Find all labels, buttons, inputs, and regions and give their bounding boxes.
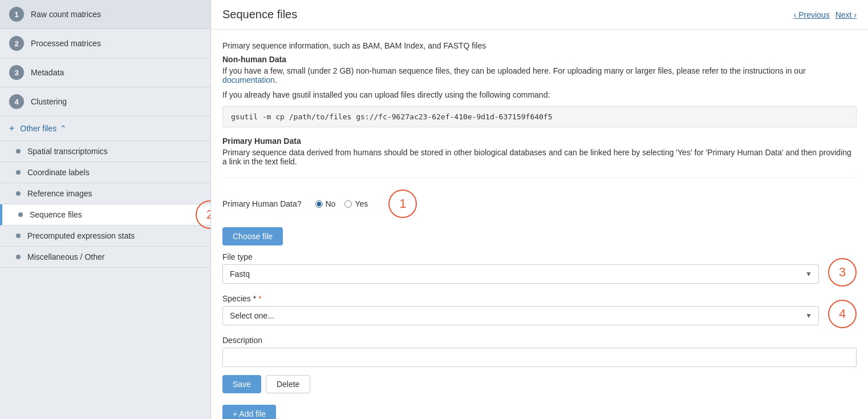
- primary-human-heading: Primary Human Data: [222, 136, 857, 146]
- sidebar-label-coordinate: Coordinate labels: [27, 168, 90, 177]
- sidebar-label-clustering: Clustering: [31, 97, 67, 106]
- sidebar-label-processed: Processed matrices: [31, 39, 101, 48]
- save-button[interactable]: Save: [222, 375, 261, 393]
- file-type-row: File type Fastq BAM BAM Index Other ▼ 3: [222, 252, 857, 292]
- sidebar-item-precomputed[interactable]: Precomputed expression stats: [0, 225, 210, 247]
- sidebar-label-sequence: Sequence files: [30, 210, 82, 219]
- content-body: Primary sequence information, such as BA…: [211, 30, 868, 419]
- primary-human-radio-label: Primary Human Data?: [222, 199, 302, 208]
- annotation-circle-1: 1: [388, 190, 417, 218]
- next-button[interactable]: Next ›: [835, 10, 857, 19]
- sidebar-item-metadata[interactable]: 3 Metadata: [0, 58, 210, 87]
- sidebar-item-reference[interactable]: Reference images: [0, 183, 210, 204]
- sidebar-item-spatial[interactable]: Spatial transcriptomics: [0, 141, 210, 162]
- sidebar-label-reference: Reference images: [27, 189, 92, 198]
- description-input[interactable]: [222, 348, 857, 367]
- species-group: Species * Select one... Homo sapiens Mus…: [222, 294, 819, 333]
- primary-human-radio-group: Primary Human Data? No Yes 1: [222, 190, 857, 218]
- command-box[interactable]: gsutil -m cp /path/to/files gs://fc-9627…: [222, 106, 857, 127]
- radio-yes-text: Yes: [355, 199, 368, 208]
- bullet-dot: [18, 212, 23, 217]
- radio-yes-label[interactable]: Yes: [344, 199, 368, 208]
- radio-no-input[interactable]: [315, 200, 323, 208]
- page-title: Sequence files: [222, 8, 297, 21]
- non-human-text-part1: If you have a few, small (under 2 GB) no…: [222, 66, 806, 75]
- intro-text: Primary sequence information, such as BA…: [222, 41, 857, 50]
- action-buttons: Save Delete: [222, 375, 857, 393]
- other-files-label: Other files: [20, 124, 56, 133]
- species-row: Species * Select one... Homo sapiens Mus…: [222, 294, 857, 333]
- sidebar-item-processed[interactable]: 2 Processed matrices: [0, 29, 210, 58]
- primary-human-text: Primary sequence data derived from human…: [222, 148, 857, 166]
- file-type-select-wrapper: Fastq BAM BAM Index Other ▼: [222, 264, 819, 284]
- radio-no-text: No: [326, 199, 336, 208]
- sidebar-label-metadata: Metadata: [31, 68, 64, 77]
- bullet-dot: [16, 149, 21, 154]
- sidebar-item-coordinate[interactable]: Coordinate labels: [0, 162, 210, 183]
- sidebar-item-clustering[interactable]: 4 Clustering: [0, 87, 210, 116]
- species-select[interactable]: Select one... Homo sapiens Mus musculus: [222, 306, 819, 325]
- annotation-circle-3: 3: [828, 258, 857, 287]
- annotation-circle-4: 4: [828, 300, 857, 328]
- file-type-group: File type Fastq BAM BAM Index Other ▼: [222, 252, 819, 292]
- choose-file-button[interactable]: Choose file: [222, 227, 283, 245]
- radio-yes-input[interactable]: [344, 200, 352, 208]
- sidebar-other-header[interactable]: + Other files ⌃: [0, 116, 210, 141]
- description-group: Description: [222, 336, 857, 375]
- chevron-up-icon: ⌃: [60, 124, 67, 133]
- species-label: Species *: [222, 294, 819, 303]
- sidebar-item-raw-count[interactable]: 1 Raw count matrices: [0, 0, 210, 29]
- sidebar-label-precomputed: Precomputed expression stats: [27, 231, 135, 240]
- annotation-circle-2: 2: [196, 200, 211, 229]
- form-section: Primary Human Data? No Yes 1 Choose file…: [222, 178, 857, 419]
- sidebar-label-raw-count: Raw count matrices: [31, 10, 101, 19]
- sidebar-number-3: 3: [9, 65, 24, 80]
- main-content: Sequence files ‹ Previous Next › Primary…: [211, 0, 868, 419]
- sidebar-number-2: 2: [9, 36, 24, 51]
- file-type-select[interactable]: Fastq BAM BAM Index Other: [222, 264, 819, 284]
- sidebar-label-misc: Miscellaneous / Other: [27, 252, 104, 261]
- description-label: Description: [222, 336, 857, 345]
- nav-buttons: ‹ Previous Next ›: [794, 10, 857, 19]
- bullet-dot: [16, 255, 21, 259]
- add-file-button[interactable]: + Add file: [222, 405, 276, 419]
- primary-human-section: Primary Human Data Primary sequence data…: [222, 136, 857, 166]
- species-select-wrapper: Select one... Homo sapiens Mus musculus …: [222, 306, 819, 325]
- bullet-dot: [16, 170, 21, 175]
- documentation-link[interactable]: documentation: [222, 75, 275, 84]
- sidebar-item-misc[interactable]: Miscellaneous / Other: [0, 247, 210, 268]
- sidebar-number-1: 1: [9, 7, 24, 22]
- sidebar-label-spatial: Spatial transcriptomics: [27, 147, 108, 156]
- file-type-label: File type: [222, 252, 819, 261]
- sidebar: 1 Raw count matrices 2 Processed matrice…: [0, 0, 211, 419]
- bullet-dot: [16, 233, 21, 238]
- period: .: [275, 75, 277, 84]
- sidebar-item-sequence[interactable]: Sequence files 2: [0, 204, 210, 225]
- non-human-heading: Non-human Data: [222, 55, 857, 64]
- gsutil-label: If you already have gsutil installed you…: [222, 90, 857, 99]
- non-human-text: If you have a few, small (under 2 GB) no…: [222, 66, 857, 84]
- plus-icon: +: [9, 123, 14, 134]
- radio-no-label[interactable]: No: [315, 199, 336, 208]
- delete-button[interactable]: Delete: [266, 375, 310, 393]
- main-header: Sequence files ‹ Previous Next ›: [211, 0, 868, 30]
- sidebar-number-4: 4: [9, 94, 24, 109]
- bullet-dot: [16, 191, 21, 196]
- previous-button[interactable]: ‹ Previous: [794, 10, 830, 19]
